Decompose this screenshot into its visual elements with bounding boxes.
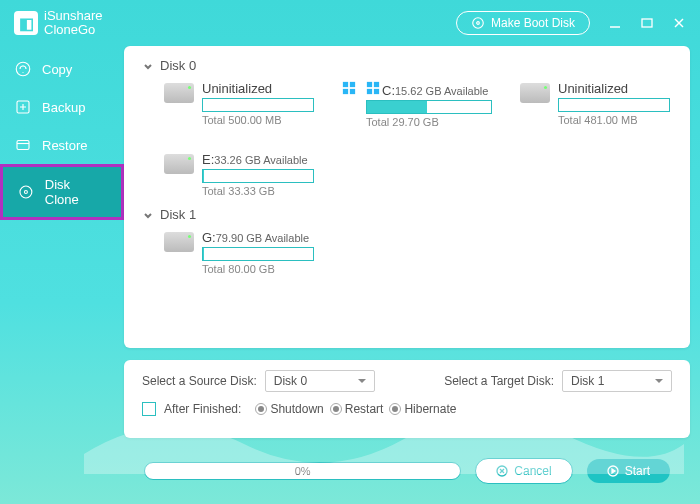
partition-total: Total 481.00 MB [558, 114, 670, 126]
make-boot-disk-button[interactable]: Make Boot Disk [456, 11, 590, 35]
sidebar-item-label: Backup [42, 100, 85, 115]
svg-rect-17 [367, 89, 372, 94]
disk-clone-icon [17, 183, 35, 201]
windows-icon [366, 81, 380, 95]
partition-total: Total 29.70 GB [366, 116, 492, 128]
disk-name: Disk 0 [160, 58, 196, 73]
partition-available: 79.90 GB Available [216, 232, 309, 244]
partition-label: E: [202, 152, 214, 167]
svg-rect-3 [642, 19, 652, 27]
source-disk-select[interactable]: Disk 0 [265, 370, 375, 392]
partition[interactable]: Uninitialized Total 500.00 MB [164, 81, 314, 128]
disk-icon [164, 83, 194, 103]
usage-bar [202, 169, 314, 183]
svg-rect-13 [343, 89, 348, 94]
partition-label: Uninitialized [202, 81, 272, 96]
svg-point-9 [20, 186, 32, 198]
usage-bar [366, 100, 492, 114]
svg-point-6 [16, 62, 30, 76]
usage-bar [202, 98, 314, 112]
svg-point-10 [24, 191, 27, 194]
close-button[interactable] [672, 16, 686, 30]
svg-point-1 [477, 22, 480, 25]
partition-label: C: [382, 83, 395, 98]
partition-total: Total 80.00 GB [202, 263, 314, 275]
disk-icon [520, 83, 550, 103]
minimize-button[interactable] [608, 16, 622, 30]
brand-line1: iSunshare [44, 8, 103, 23]
svg-rect-14 [350, 89, 355, 94]
make-boot-label: Make Boot Disk [491, 16, 575, 30]
svg-rect-16 [374, 82, 379, 87]
disk-list-panel: Disk 0 Uninitialized Total 500.00 MB C:1… [124, 46, 690, 348]
disc-icon [471, 16, 485, 30]
restore-icon [14, 136, 32, 154]
partition-available: 33.26 GB Available [214, 154, 307, 166]
sidebar-item-restore[interactable]: Restore [0, 126, 124, 164]
disk-header[interactable]: Disk 1 [142, 207, 672, 222]
svg-rect-18 [374, 89, 379, 94]
copy-icon [14, 60, 32, 78]
partition[interactable]: C:15.62 GB Available Total 29.70 GB [342, 81, 492, 128]
partition[interactable]: Uninitialized Total 481.00 MB [520, 81, 670, 128]
sidebar-item-disk-clone[interactable]: Disk Clone [0, 164, 124, 220]
chevron-down-icon [142, 209, 154, 221]
brand-line2: CloneGo [44, 22, 95, 37]
svg-rect-11 [343, 82, 348, 87]
disk-icon [164, 154, 194, 174]
backup-icon [14, 98, 32, 116]
svg-rect-12 [350, 82, 355, 87]
sidebar-item-label: Copy [42, 62, 72, 77]
target-disk-select[interactable]: Disk 1 [562, 370, 672, 392]
partition[interactable]: G:79.90 GB Available Total 80.00 GB [164, 230, 314, 275]
sidebar-item-label: Disk Clone [45, 177, 107, 207]
sidebar-item-label: Restore [42, 138, 88, 153]
partition[interactable]: E:33.26 GB Available Total 33.33 GB [164, 152, 314, 197]
sidebar-item-backup[interactable]: Backup [0, 88, 124, 126]
partition-label: G: [202, 230, 216, 245]
windows-icon [342, 81, 356, 95]
partition-total: Total 500.00 MB [202, 114, 314, 126]
maximize-button[interactable] [640, 16, 654, 30]
partition-label: Uninitialized [558, 81, 628, 96]
svg-rect-15 [367, 82, 372, 87]
usage-bar [202, 247, 314, 261]
chevron-down-icon [142, 60, 154, 72]
usage-bar [558, 98, 670, 112]
background-decoration [84, 384, 684, 474]
sidebar-item-copy[interactable]: Copy [0, 50, 124, 88]
disk-name: Disk 1 [160, 207, 196, 222]
logo-icon: ◧ [14, 11, 38, 35]
disk-icon [164, 232, 194, 252]
app-logo: ◧ iSunshareCloneGo [14, 9, 103, 38]
disk-header[interactable]: Disk 0 [142, 58, 672, 73]
partition-total: Total 33.33 GB [202, 185, 314, 197]
partition-available: 15.62 GB Available [395, 85, 488, 97]
svg-point-0 [473, 18, 484, 29]
svg-rect-8 [17, 141, 29, 150]
